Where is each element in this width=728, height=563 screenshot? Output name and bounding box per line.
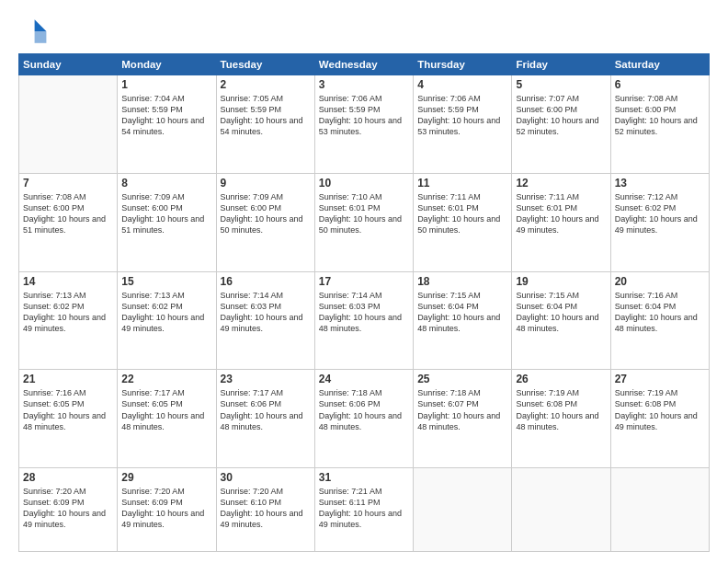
calendar-cell: 31Sunrise: 7:21 AMSunset: 6:11 PMDayligh… [314,468,413,552]
logo [18,17,51,46]
calendar-table: SundayMondayTuesdayWednesdayThursdayFrid… [18,53,710,552]
day-number: 31 [319,471,409,484]
calendar-cell: 16Sunrise: 7:14 AMSunset: 6:03 PMDayligh… [216,271,314,370]
cell-details: Sunrise: 7:08 AMSunset: 6:00 PMDaylight:… [615,93,705,138]
header [18,17,710,46]
calendar-cell: 27Sunrise: 7:19 AMSunset: 6:08 PMDayligh… [610,370,709,468]
svg-marker-0 [35,19,47,31]
cell-details: Sunrise: 7:20 AMSunset: 6:10 PMDaylight:… [221,486,311,531]
cell-details: Sunrise: 7:12 AMSunset: 6:02 PMDaylight:… [615,191,705,236]
cell-details: Sunrise: 7:13 AMSunset: 6:02 PMDaylight:… [121,290,211,335]
cell-details: Sunrise: 7:18 AMSunset: 6:07 PMDaylight:… [417,387,507,432]
calendar-cell: 23Sunrise: 7:17 AMSunset: 6:06 PMDayligh… [216,370,314,468]
calendar-header-row: SundayMondayTuesdayWednesdayThursdayFrid… [19,54,710,75]
day-number: 22 [121,373,211,385]
cell-details: Sunrise: 7:13 AMSunset: 6:02 PMDaylight:… [23,290,113,335]
calendar-cell: 21Sunrise: 7:16 AMSunset: 6:05 PMDayligh… [19,370,118,468]
cell-details: Sunrise: 7:16 AMSunset: 6:05 PMDaylight:… [23,387,113,432]
calendar-cell: 11Sunrise: 7:11 AMSunset: 6:01 PMDayligh… [414,173,512,271]
day-number: 5 [516,78,606,91]
day-number: 30 [221,471,311,484]
calendar-cell: 12Sunrise: 7:11 AMSunset: 6:01 PMDayligh… [512,173,610,271]
cell-details: Sunrise: 7:11 AMSunset: 6:01 PMDaylight:… [516,191,606,236]
calendar-cell: 3Sunrise: 7:06 AMSunset: 5:59 PMDaylight… [314,75,413,174]
calendar-cell: 10Sunrise: 7:10 AMSunset: 6:01 PMDayligh… [314,173,413,271]
cell-details: Sunrise: 7:09 AMSunset: 6:00 PMDaylight:… [121,191,211,236]
day-number: 17 [319,275,409,288]
col-header-saturday: Saturday [610,54,709,75]
cell-details: Sunrise: 7:11 AMSunset: 6:01 PMDaylight:… [417,191,507,236]
calendar-cell: 9Sunrise: 7:09 AMSunset: 6:00 PMDaylight… [216,173,314,271]
day-number: 21 [23,373,113,385]
day-number: 2 [221,78,311,91]
cell-details: Sunrise: 7:08 AMSunset: 6:00 PMDaylight:… [23,191,113,236]
calendar-cell: 22Sunrise: 7:17 AMSunset: 6:05 PMDayligh… [118,370,216,468]
day-number: 12 [516,177,606,190]
cell-details: Sunrise: 7:21 AMSunset: 6:11 PMDaylight:… [319,486,409,531]
logo-icon [18,17,48,46]
calendar-week-row: 1Sunrise: 7:04 AMSunset: 5:59 PMDaylight… [19,75,710,174]
cell-details: Sunrise: 7:15 AMSunset: 6:04 PMDaylight:… [417,290,507,335]
calendar-cell: 26Sunrise: 7:19 AMSunset: 6:08 PMDayligh… [512,370,610,468]
cell-details: Sunrise: 7:06 AMSunset: 5:59 PMDaylight:… [417,93,507,138]
day-number: 16 [221,275,311,288]
cell-details: Sunrise: 7:18 AMSunset: 6:06 PMDaylight:… [319,387,409,432]
svg-marker-1 [35,31,47,43]
day-number: 4 [417,78,507,91]
day-number: 25 [417,373,507,385]
calendar-cell [414,468,512,552]
calendar-cell: 29Sunrise: 7:20 AMSunset: 6:09 PMDayligh… [118,468,216,552]
day-number: 10 [319,177,409,190]
day-number: 13 [615,177,705,190]
cell-details: Sunrise: 7:09 AMSunset: 6:00 PMDaylight:… [221,191,311,236]
cell-details: Sunrise: 7:05 AMSunset: 5:59 PMDaylight:… [221,93,311,138]
cell-details: Sunrise: 7:06 AMSunset: 5:59 PMDaylight:… [319,93,409,138]
day-number: 15 [121,275,211,288]
calendar-week-row: 7Sunrise: 7:08 AMSunset: 6:00 PMDaylight… [19,173,710,271]
cell-details: Sunrise: 7:04 AMSunset: 5:59 PMDaylight:… [121,93,211,138]
cell-details: Sunrise: 7:15 AMSunset: 6:04 PMDaylight:… [516,290,606,335]
cell-details: Sunrise: 7:19 AMSunset: 6:08 PMDaylight:… [615,387,705,432]
calendar-cell: 18Sunrise: 7:15 AMSunset: 6:04 PMDayligh… [414,271,512,370]
page: SundayMondayTuesdayWednesdayThursdayFrid… [0,0,728,563]
calendar-cell: 28Sunrise: 7:20 AMSunset: 6:09 PMDayligh… [19,468,118,552]
cell-details: Sunrise: 7:16 AMSunset: 6:04 PMDaylight:… [615,290,705,335]
day-number: 11 [417,177,507,190]
day-number: 18 [417,275,507,288]
calendar-cell [512,468,610,552]
col-header-tuesday: Tuesday [216,54,314,75]
cell-details: Sunrise: 7:20 AMSunset: 6:09 PMDaylight:… [23,486,113,531]
cell-details: Sunrise: 7:20 AMSunset: 6:09 PMDaylight:… [121,486,211,531]
calendar-cell: 6Sunrise: 7:08 AMSunset: 6:00 PMDaylight… [610,75,709,174]
calendar-cell: 15Sunrise: 7:13 AMSunset: 6:02 PMDayligh… [118,271,216,370]
day-number: 24 [319,373,409,385]
cell-details: Sunrise: 7:19 AMSunset: 6:08 PMDaylight:… [516,387,606,432]
calendar-cell: 13Sunrise: 7:12 AMSunset: 6:02 PMDayligh… [610,173,709,271]
calendar-cell: 25Sunrise: 7:18 AMSunset: 6:07 PMDayligh… [414,370,512,468]
calendar-cell: 19Sunrise: 7:15 AMSunset: 6:04 PMDayligh… [512,271,610,370]
col-header-friday: Friday [512,54,610,75]
day-number: 14 [23,275,113,288]
calendar-cell: 5Sunrise: 7:07 AMSunset: 6:00 PMDaylight… [512,75,610,174]
day-number: 26 [516,373,606,385]
calendar-cell: 20Sunrise: 7:16 AMSunset: 6:04 PMDayligh… [610,271,709,370]
calendar-cell [610,468,709,552]
cell-details: Sunrise: 7:07 AMSunset: 6:00 PMDaylight:… [516,93,606,138]
day-number: 23 [221,373,311,385]
calendar-week-row: 14Sunrise: 7:13 AMSunset: 6:02 PMDayligh… [19,271,710,370]
day-number: 19 [516,275,606,288]
day-number: 27 [615,373,705,385]
calendar-cell: 4Sunrise: 7:06 AMSunset: 5:59 PMDaylight… [414,75,512,174]
calendar-cell: 14Sunrise: 7:13 AMSunset: 6:02 PMDayligh… [19,271,118,370]
day-number: 29 [121,471,211,484]
col-header-sunday: Sunday [19,54,118,75]
cell-details: Sunrise: 7:10 AMSunset: 6:01 PMDaylight:… [319,191,409,236]
col-header-wednesday: Wednesday [314,54,413,75]
calendar-cell: 24Sunrise: 7:18 AMSunset: 6:06 PMDayligh… [314,370,413,468]
col-header-monday: Monday [118,54,216,75]
day-number: 28 [23,471,113,484]
day-number: 3 [319,78,409,91]
day-number: 20 [615,275,705,288]
day-number: 6 [615,78,705,91]
calendar-cell: 8Sunrise: 7:09 AMSunset: 6:00 PMDaylight… [118,173,216,271]
